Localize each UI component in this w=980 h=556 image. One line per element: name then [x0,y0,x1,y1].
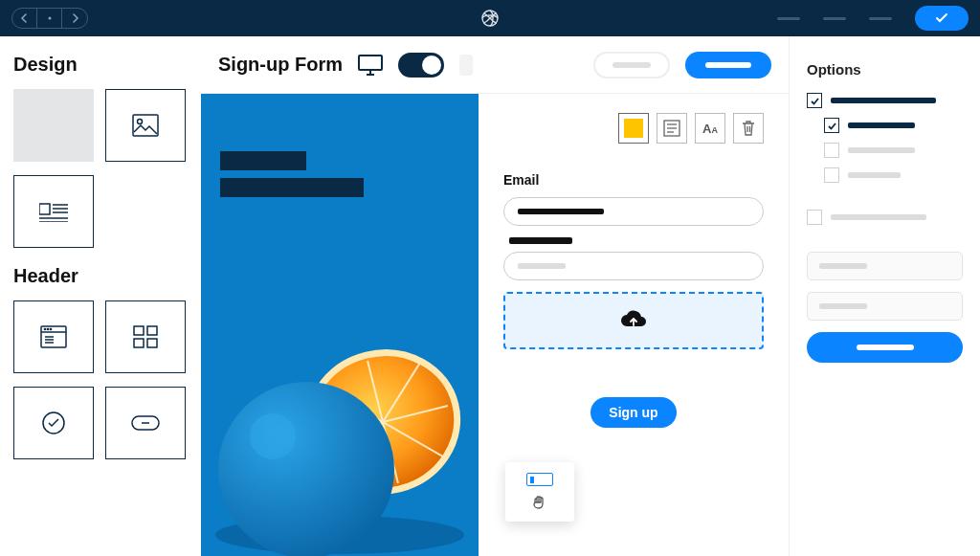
text-block-tool[interactable] [657,113,687,144]
svg-rect-25 [359,56,382,70]
browser-icon [40,325,67,348]
design-tile-blank[interactable] [13,89,94,162]
device-toggle[interactable] [398,53,444,78]
mobile-icon[interactable] [459,55,473,76]
app-logo-icon [480,9,500,28]
desktop-icon[interactable] [358,55,383,76]
header-tile-check[interactable] [13,387,94,459]
pill-minus-icon [131,415,160,431]
grab-hand-icon [531,494,548,511]
email-label: Email [503,172,764,188]
secondary-action-button[interactable] [593,52,670,78]
back-segment[interactable] [12,9,37,28]
option-row-2[interactable] [807,210,963,225]
image-icon [132,114,159,137]
history-controls [11,8,88,29]
checkbox-empty-icon[interactable] [807,210,822,225]
grid-icon [133,325,158,348]
options-panel: Options [789,36,980,556]
design-section-title: Design [13,54,188,76]
svg-point-3 [138,120,143,124]
design-tile-image[interactable] [105,89,186,162]
form-title: Sign-up Form [218,54,343,76]
svg-rect-4 [39,204,50,214]
mid-segment[interactable] [37,9,62,28]
cloud-upload-icon [619,310,648,331]
check-circle-icon [41,411,66,435]
trash-icon [741,120,756,137]
text-input-2[interactable] [503,252,764,280]
option-input-1[interactable] [807,252,963,280]
checkbox-empty-icon[interactable] [824,143,839,158]
svg-rect-21 [147,339,157,347]
primary-action-button[interactable] [685,52,771,78]
svg-point-0 [48,17,51,20]
progress-step [869,17,892,20]
center-header: Sign-up Form [201,36,789,94]
forward-segment[interactable] [62,9,87,28]
svg-point-35 [218,382,394,556]
upload-dropzone[interactable] [503,292,764,349]
color-swatch-icon [624,119,643,138]
field-2-label [509,237,572,244]
option-input-2[interactable] [807,292,963,321]
options-title: Options [807,61,963,78]
design-tile-text-image[interactable] [13,175,94,248]
sidebar: Design Header [0,36,201,556]
confirm-button[interactable] [915,6,969,31]
svg-rect-19 [147,326,157,335]
header-tile-browser[interactable] [13,300,94,373]
header-tile-grid[interactable] [105,300,186,373]
svg-point-13 [47,328,48,329]
svg-point-12 [44,328,45,329]
svg-rect-20 [134,339,144,347]
image-panel[interactable] [201,94,479,556]
drag-element-card[interactable] [505,462,574,522]
svg-rect-18 [134,326,144,335]
option-row-1c[interactable] [824,167,963,183]
delete-tool[interactable] [733,113,764,144]
svg-point-36 [250,413,296,459]
panel-primary-button[interactable] [807,332,963,363]
header-section-title: Header [13,265,188,287]
option-row-1[interactable] [807,93,963,108]
center-workspace: Sign-up Form [201,36,789,556]
header-tile-pill[interactable] [105,387,186,459]
option-row-1a[interactable] [824,118,963,133]
checkbox-checked-icon[interactable] [807,93,822,108]
font-tool[interactable]: AA [695,113,725,144]
text-block-icon [663,120,680,137]
progress-step [777,17,800,20]
progress-step [823,17,846,20]
svg-rect-2 [133,115,158,136]
heading-line-2 [220,178,364,197]
option-row-1b[interactable] [824,143,963,158]
checkbox-checked-icon[interactable] [824,118,839,133]
heading-line-1 [220,151,306,170]
email-input[interactable] [503,197,764,226]
color-tool[interactable] [618,113,649,144]
svg-point-14 [50,328,51,329]
text-image-icon [39,201,68,222]
form-panel: AA Email Sign up [479,94,789,556]
checkbox-empty-icon[interactable] [824,167,839,183]
top-bar [0,0,980,36]
orange-illustration [201,278,479,556]
field-preview-icon [526,473,553,486]
signup-button[interactable]: Sign up [590,397,677,428]
font-icon: AA [702,122,718,136]
